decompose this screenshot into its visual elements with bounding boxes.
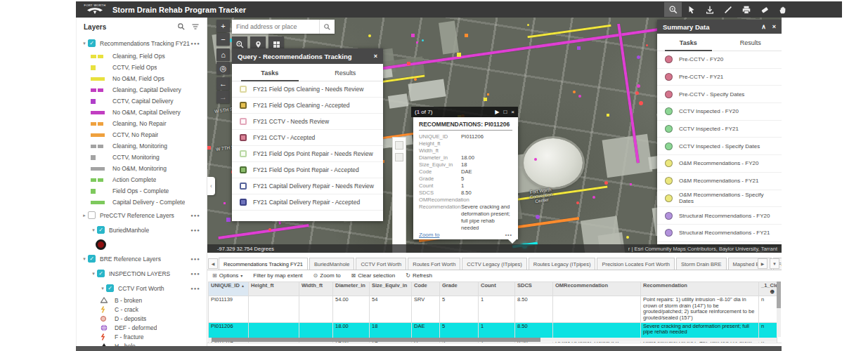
- table-settings-icon[interactable]: ⊕: [770, 289, 775, 296]
- layer-menu-button[interactable]: ●●●: [190, 228, 200, 232]
- summary-task-item[interactable]: CCTV Inspected - FY21: [657, 121, 782, 138]
- zoom-to-button[interactable]: ⊙Zoom to: [313, 272, 341, 279]
- table-tab[interactable]: Storm Drain BRE: [676, 258, 727, 270]
- table-horizontal-scrollbar[interactable]: [208, 338, 777, 342]
- summary-task-item[interactable]: O&M Recommendations - Specify Dates: [657, 190, 782, 208]
- layer-checkbox[interactable]: ✓: [88, 255, 96, 263]
- summary-task-item[interactable]: CCTV Inspected - FY20: [657, 103, 782, 121]
- layer-checkbox[interactable]: ✓: [97, 226, 105, 234]
- column-header-width_ft[interactable]: Width_ft: [299, 282, 333, 296]
- table-tab[interactable]: Precision Locates Fort Worth: [597, 258, 675, 270]
- column-header-_1_cleaning[interactable]: _1_Cleaning⊕: [759, 282, 777, 296]
- header-tool-select-icon[interactable]: [682, 2, 700, 17]
- summary-task-item[interactable]: Pre-CCTV - Specify Dates: [657, 86, 782, 103]
- table-row[interactable]: PI01113954.0054SRV518.50Point repairs: 1…: [209, 296, 777, 322]
- summary-task-item[interactable]: Structural Recommendations - FY20: [657, 207, 782, 225]
- tabs-scroll-left-icon[interactable]: ◀: [208, 258, 218, 269]
- tab-results[interactable]: Results: [308, 64, 384, 81]
- column-header-diameter_in[interactable]: Diameter_in: [333, 282, 370, 296]
- popup-close-icon[interactable]: ×: [511, 109, 514, 115]
- column-header-grade[interactable]: Grade: [440, 282, 479, 296]
- layer-checkbox[interactable]: ✓: [106, 284, 114, 292]
- layer-item[interactable]: ▾✓BRE Reference Layers●●●: [77, 251, 207, 266]
- header-tool-measure-icon[interactable]: [719, 2, 737, 17]
- layer-menu-button[interactable]: ●●●: [190, 213, 200, 218]
- column-header-height_ft[interactable]: Height_ft: [249, 282, 299, 296]
- table-row[interactable]: PI01120618.0018DAE518.50Severe cracking …: [209, 322, 777, 338]
- header-tool-draw-icon[interactable]: [756, 2, 773, 17]
- column-header-code[interactable]: Code: [412, 282, 440, 296]
- expand-arrow-icon[interactable]: ▾: [81, 256, 88, 262]
- popup-menu-icon[interactable]: •••: [505, 232, 512, 237]
- next-extent-button[interactable]: →: [216, 91, 230, 103]
- table-tab[interactable]: BuriedManhole: [309, 258, 354, 270]
- layers-filter-icon[interactable]: [191, 22, 200, 31]
- query-task-item[interactable]: FY21 Capital Delivery Repair - Needs Rev…: [232, 178, 383, 194]
- header-tool-print-icon[interactable]: [737, 2, 755, 17]
- expand-arrow-icon[interactable]: ▸: [81, 213, 88, 218]
- panel-collapse-tab[interactable]: ‹: [207, 177, 215, 195]
- locate-button[interactable]: ◎: [216, 62, 230, 74]
- layer-item[interactable]: ▾✓BuriedManhole●●●: [77, 223, 207, 237]
- query-task-item[interactable]: FY21 Capital Delivery Repair - Accepted: [232, 194, 383, 211]
- search-icon[interactable]: [319, 20, 335, 34]
- clear-selection-button[interactable]: ⊠Clear selection: [351, 272, 396, 279]
- layers-search-icon[interactable]: [177, 22, 186, 31]
- column-header-sdcs[interactable]: SDCS: [515, 282, 553, 296]
- header-tool-query-icon[interactable]: [664, 2, 682, 17]
- tab-tasks[interactable]: Tasks: [657, 34, 720, 51]
- refresh-button[interactable]: ↻Refresh: [406, 272, 432, 279]
- summary-task-item[interactable]: Structural Recommendations - FY21: [657, 225, 782, 242]
- summary-task-item[interactable]: O&M Recommendations - FY21: [657, 173, 782, 190]
- tab-results[interactable]: Results: [720, 34, 782, 51]
- column-header-omrecommendation[interactable]: OMRecommendation: [553, 282, 641, 296]
- layer-menu-button[interactable]: ●●●: [190, 286, 200, 291]
- expand-arrow-icon[interactable]: ▾: [99, 286, 106, 291]
- layer-checkbox[interactable]: ✓: [97, 270, 105, 277]
- query-task-item[interactable]: FY21 CCTV - Needs Review: [232, 114, 383, 130]
- previous-extent-button[interactable]: ←: [216, 77, 230, 90]
- query-task-item[interactable]: FY21 Field Ops Point Repair - Needs Revi…: [232, 146, 383, 162]
- query-task-item[interactable]: FY21 Field Ops Cleaning - Needs Review: [232, 81, 383, 98]
- layer-menu-button[interactable]: ●●●: [190, 41, 200, 46]
- layer-item[interactable]: ▾✓INSPECTION LAYERS●●●: [77, 266, 207, 281]
- options-button[interactable]: ⊞Options▾: [212, 272, 242, 279]
- popup-next-icon[interactable]: ▶: [495, 109, 499, 115]
- header-tool-add-data-icon[interactable]: [701, 2, 718, 17]
- table-vertical-scrollbar[interactable]: [777, 282, 781, 337]
- map-canvas[interactable]: W 5TH STW 7TH STFort Worth Convention Ce…: [207, 18, 782, 253]
- tabs-menu-icon[interactable]: ▼: [770, 258, 779, 269]
- close-icon[interactable]: ×: [374, 53, 377, 60]
- layer-checkbox[interactable]: [88, 211, 96, 219]
- column-header-count[interactable]: Count: [479, 282, 515, 296]
- expand-arrow-icon[interactable]: ▾: [90, 227, 97, 233]
- column-header-recommendation[interactable]: Recommendation: [641, 282, 759, 296]
- summary-task-item[interactable]: CCTV Inspected - Specify Dates: [657, 138, 782, 155]
- query-task-item[interactable]: FY21 CCTV - Accepted: [232, 130, 383, 146]
- header-tool-pan-icon[interactable]: [774, 2, 791, 17]
- layer-item[interactable]: ▾✓CCTV Fort Worth●●●: [77, 281, 207, 296]
- summary-task-item[interactable]: Pre-CCTV - FY21: [657, 69, 782, 86]
- column-header-size_equiv_in[interactable]: Size_Equiv_in: [370, 282, 412, 296]
- layer-menu-button[interactable]: ●●●: [190, 257, 200, 261]
- layer-item[interactable]: ▸PreCCTV Reference Layers●●●: [77, 208, 207, 223]
- home-button[interactable]: ⌂: [216, 48, 230, 61]
- zoom-out-button[interactable]: −: [216, 33, 230, 46]
- table-tab[interactable]: Recommendations Tracking FY21: [219, 258, 308, 270]
- query-task-item[interactable]: FY21 Field Ops Cleaning - Accepted: [232, 98, 383, 114]
- search-input[interactable]: [232, 20, 319, 34]
- table-tab[interactable]: Routes Legacy (ITpipes): [529, 258, 596, 270]
- expand-arrow-icon[interactable]: ▾: [90, 271, 97, 277]
- layer-checkbox[interactable]: ✓: [88, 39, 96, 47]
- table-tab[interactable]: CCTV Fort Worth: [356, 258, 406, 270]
- close-icon[interactable]: ×: [772, 23, 776, 30]
- query-task-item[interactable]: FY21 Field Ops Point Repair - Accepted: [232, 162, 383, 178]
- tab-tasks[interactable]: Tasks: [232, 64, 308, 81]
- table-tab[interactable]: Routes Fort Worth: [408, 258, 460, 270]
- filter-by-extent-button[interactable]: Filter by map extent: [253, 272, 302, 279]
- popup-maximize-icon[interactable]: □: [503, 109, 507, 115]
- tabs-scroll-right-icon[interactable]: ▶: [758, 258, 767, 269]
- summary-task-item[interactable]: Pre-CCTV - FY20: [657, 51, 782, 69]
- layer-menu-button[interactable]: ●●●: [190, 272, 200, 276]
- column-header-unique_id[interactable]: UNIQUE_ID ▲: [209, 282, 249, 296]
